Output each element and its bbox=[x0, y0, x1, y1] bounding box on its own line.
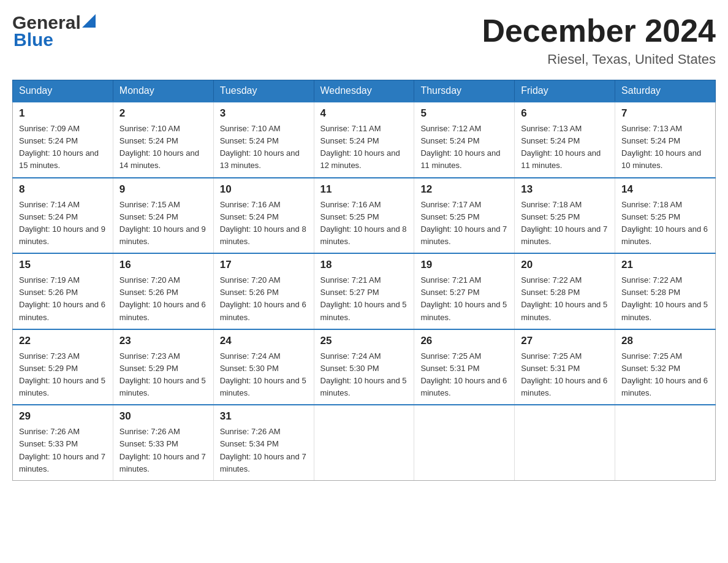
day-number: 26 bbox=[420, 335, 508, 347]
calendar-cell: 31Sunrise: 7:26 AMSunset: 5:34 PMDayligh… bbox=[213, 405, 314, 480]
day-number: 27 bbox=[521, 335, 609, 347]
logo: General Blue bbox=[12, 12, 96, 50]
calendar-cell: 29Sunrise: 7:26 AMSunset: 5:33 PMDayligh… bbox=[13, 405, 113, 480]
calendar-cell: 4Sunrise: 7:11 AMSunset: 5:24 PMDaylight… bbox=[314, 102, 414, 178]
calendar-cell: 9Sunrise: 7:15 AMSunset: 5:24 PMDaylight… bbox=[113, 178, 213, 254]
day-info: Sunrise: 7:25 AMSunset: 5:32 PMDaylight:… bbox=[621, 350, 709, 400]
day-number: 13 bbox=[521, 183, 609, 196]
calendar-cell: 24Sunrise: 7:24 AMSunset: 5:30 PMDayligh… bbox=[213, 329, 314, 405]
weekday-header-friday: Friday bbox=[515, 80, 615, 102]
day-number: 11 bbox=[320, 183, 408, 196]
weekday-header-thursday: Thursday bbox=[414, 80, 515, 102]
day-info: Sunrise: 7:13 AMSunset: 5:24 PMDaylight:… bbox=[521, 123, 609, 172]
day-info: Sunrise: 7:09 AMSunset: 5:24 PMDaylight:… bbox=[19, 123, 107, 172]
calendar-cell: 20Sunrise: 7:22 AMSunset: 5:28 PMDayligh… bbox=[515, 253, 615, 329]
calendar-week-row: 29Sunrise: 7:26 AMSunset: 5:33 PMDayligh… bbox=[13, 405, 716, 480]
day-info: Sunrise: 7:21 AMSunset: 5:27 PMDaylight:… bbox=[420, 274, 508, 324]
day-info: Sunrise: 7:12 AMSunset: 5:24 PMDaylight:… bbox=[420, 123, 508, 172]
calendar-cell: 1Sunrise: 7:09 AMSunset: 5:24 PMDaylight… bbox=[13, 102, 113, 178]
calendar-cell: 25Sunrise: 7:24 AMSunset: 5:30 PMDayligh… bbox=[314, 329, 414, 405]
day-number: 21 bbox=[621, 259, 709, 271]
day-number: 15 bbox=[19, 259, 107, 271]
day-info: Sunrise: 7:11 AMSunset: 5:24 PMDaylight:… bbox=[320, 123, 408, 172]
page-header: General Blue December 2024 Riesel, Texas… bbox=[12, 12, 716, 67]
day-info: Sunrise: 7:10 AMSunset: 5:24 PMDaylight:… bbox=[220, 123, 308, 172]
day-number: 31 bbox=[220, 410, 308, 423]
calendar-cell bbox=[615, 405, 716, 480]
calendar-cell: 28Sunrise: 7:25 AMSunset: 5:32 PMDayligh… bbox=[615, 329, 716, 405]
day-number: 1 bbox=[19, 107, 107, 120]
calendar-cell: 30Sunrise: 7:26 AMSunset: 5:33 PMDayligh… bbox=[113, 405, 213, 480]
logo-blue-text: Blue bbox=[13, 29, 53, 50]
day-info: Sunrise: 7:25 AMSunset: 5:31 PMDaylight:… bbox=[420, 350, 508, 400]
day-number: 12 bbox=[420, 183, 508, 196]
day-info: Sunrise: 7:25 AMSunset: 5:31 PMDaylight:… bbox=[521, 350, 609, 400]
day-number: 4 bbox=[320, 107, 408, 120]
weekday-header-wednesday: Wednesday bbox=[314, 80, 414, 102]
day-info: Sunrise: 7:23 AMSunset: 5:29 PMDaylight:… bbox=[19, 350, 107, 400]
calendar-header-row: SundayMondayTuesdayWednesdayThursdayFrid… bbox=[13, 80, 716, 102]
day-number: 6 bbox=[521, 107, 609, 120]
day-number: 18 bbox=[320, 259, 408, 271]
calendar-cell: 17Sunrise: 7:20 AMSunset: 5:26 PMDayligh… bbox=[213, 253, 314, 329]
day-number: 10 bbox=[220, 183, 308, 196]
day-info: Sunrise: 7:24 AMSunset: 5:30 PMDaylight:… bbox=[320, 350, 408, 400]
calendar-cell: 6Sunrise: 7:13 AMSunset: 5:24 PMDaylight… bbox=[515, 102, 615, 178]
title-area: December 2024 Riesel, Texas, United Stat… bbox=[482, 12, 716, 67]
calendar-cell: 19Sunrise: 7:21 AMSunset: 5:27 PMDayligh… bbox=[414, 253, 515, 329]
day-number: 22 bbox=[19, 335, 107, 347]
calendar-week-row: 15Sunrise: 7:19 AMSunset: 5:26 PMDayligh… bbox=[13, 253, 716, 329]
svg-marker-0 bbox=[82, 14, 96, 28]
day-number: 19 bbox=[420, 259, 508, 271]
day-number: 28 bbox=[621, 335, 709, 347]
location-title: Riesel, Texas, United States bbox=[482, 52, 716, 67]
weekday-header-saturday: Saturday bbox=[615, 80, 716, 102]
day-info: Sunrise: 7:20 AMSunset: 5:26 PMDaylight:… bbox=[220, 274, 308, 324]
weekday-header-monday: Monday bbox=[113, 80, 213, 102]
weekday-header-tuesday: Tuesday bbox=[213, 80, 314, 102]
calendar-cell bbox=[515, 405, 615, 480]
calendar-cell: 15Sunrise: 7:19 AMSunset: 5:26 PMDayligh… bbox=[13, 253, 113, 329]
day-info: Sunrise: 7:16 AMSunset: 5:25 PMDaylight:… bbox=[320, 199, 408, 248]
day-number: 29 bbox=[19, 410, 107, 423]
calendar-cell bbox=[314, 405, 414, 480]
calendar-cell: 26Sunrise: 7:25 AMSunset: 5:31 PMDayligh… bbox=[414, 329, 515, 405]
calendar-cell: 23Sunrise: 7:23 AMSunset: 5:29 PMDayligh… bbox=[113, 329, 213, 405]
calendar-cell bbox=[414, 405, 515, 480]
day-info: Sunrise: 7:15 AMSunset: 5:24 PMDaylight:… bbox=[119, 199, 207, 248]
calendar-cell: 5Sunrise: 7:12 AMSunset: 5:24 PMDaylight… bbox=[414, 102, 515, 178]
day-info: Sunrise: 7:22 AMSunset: 5:28 PMDaylight:… bbox=[521, 274, 609, 324]
calendar-week-row: 8Sunrise: 7:14 AMSunset: 5:24 PMDaylight… bbox=[13, 178, 716, 254]
day-number: 14 bbox=[621, 183, 709, 196]
day-number: 25 bbox=[320, 335, 408, 347]
day-info: Sunrise: 7:13 AMSunset: 5:24 PMDaylight:… bbox=[621, 123, 709, 172]
day-number: 24 bbox=[220, 335, 308, 347]
logo-triangle-icon bbox=[82, 14, 96, 28]
day-info: Sunrise: 7:18 AMSunset: 5:25 PMDaylight:… bbox=[521, 199, 609, 248]
day-info: Sunrise: 7:17 AMSunset: 5:25 PMDaylight:… bbox=[420, 199, 508, 248]
day-info: Sunrise: 7:23 AMSunset: 5:29 PMDaylight:… bbox=[119, 350, 207, 400]
day-number: 2 bbox=[119, 107, 207, 120]
calendar-cell: 2Sunrise: 7:10 AMSunset: 5:24 PMDaylight… bbox=[113, 102, 213, 178]
calendar-cell: 10Sunrise: 7:16 AMSunset: 5:24 PMDayligh… bbox=[213, 178, 314, 254]
calendar-cell: 12Sunrise: 7:17 AMSunset: 5:25 PMDayligh… bbox=[414, 178, 515, 254]
calendar-cell: 27Sunrise: 7:25 AMSunset: 5:31 PMDayligh… bbox=[515, 329, 615, 405]
day-info: Sunrise: 7:26 AMSunset: 5:33 PMDaylight:… bbox=[119, 426, 207, 475]
day-number: 20 bbox=[521, 259, 609, 271]
day-info: Sunrise: 7:14 AMSunset: 5:24 PMDaylight:… bbox=[19, 199, 107, 248]
calendar-table: SundayMondayTuesdayWednesdayThursdayFrid… bbox=[12, 80, 716, 481]
day-number: 23 bbox=[119, 335, 207, 347]
calendar-week-row: 1Sunrise: 7:09 AMSunset: 5:24 PMDaylight… bbox=[13, 102, 716, 178]
calendar-cell: 13Sunrise: 7:18 AMSunset: 5:25 PMDayligh… bbox=[515, 178, 615, 254]
day-number: 16 bbox=[119, 259, 207, 271]
day-number: 8 bbox=[19, 183, 107, 196]
day-number: 7 bbox=[621, 107, 709, 120]
day-info: Sunrise: 7:20 AMSunset: 5:26 PMDaylight:… bbox=[119, 274, 207, 324]
day-info: Sunrise: 7:22 AMSunset: 5:28 PMDaylight:… bbox=[621, 274, 709, 324]
day-number: 9 bbox=[119, 183, 207, 196]
month-title: December 2024 bbox=[482, 12, 716, 49]
calendar-cell: 16Sunrise: 7:20 AMSunset: 5:26 PMDayligh… bbox=[113, 253, 213, 329]
day-info: Sunrise: 7:19 AMSunset: 5:26 PMDaylight:… bbox=[19, 274, 107, 324]
day-info: Sunrise: 7:26 AMSunset: 5:33 PMDaylight:… bbox=[19, 426, 107, 475]
calendar-week-row: 22Sunrise: 7:23 AMSunset: 5:29 PMDayligh… bbox=[13, 329, 716, 405]
